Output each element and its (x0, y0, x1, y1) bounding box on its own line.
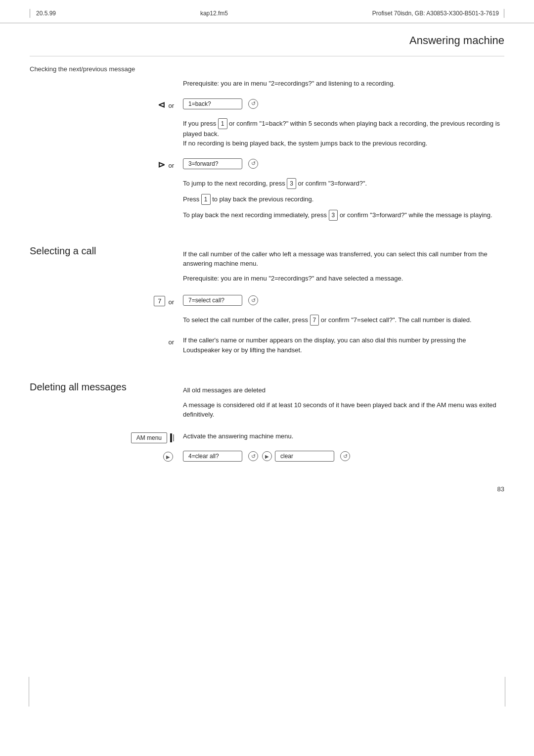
forward-right: 3=forward? ↺ (183, 158, 504, 173)
header-product: Profiset 70isdn, GB: A30853-X300-B501-3-… (372, 10, 499, 17)
key-3-forward2: 3 (329, 210, 338, 221)
clear-all-left: ▶ (30, 451, 183, 462)
or-only-right: If the caller's name or number appears o… (183, 335, 504, 360)
confirm-icon-1: ↺ (248, 99, 258, 109)
am-menu-box: AM menu (131, 432, 167, 443)
confirm-icon-3: ↺ (248, 295, 258, 305)
selecting-section: Selecting a call If the call number of t… (30, 231, 504, 288)
back-symbol: ⊲ (158, 99, 165, 110)
display2-row: 3=forward? ↺ (183, 158, 504, 169)
key-7-inline: 7 (310, 315, 319, 326)
forward-desc-left (30, 178, 183, 179)
header-right: Profiset 70isdn, GB: A30853-X300-B501-3-… (372, 9, 504, 18)
key7-left: 7 or (30, 295, 183, 306)
prerequisite-text-content: Prerequisite: you are in menu "2=recordi… (183, 79, 504, 89)
row-left-empty (30, 79, 183, 80)
key7-or-label: or (168, 298, 174, 306)
header-filename: kap12.fm5 (200, 10, 228, 17)
deleting-section: Deleting all messages All old messages a… (30, 367, 504, 425)
section-selecting-heading: Selecting a call (30, 245, 183, 257)
prerequisite-text: Prerequisite: you are in menu "2=recordi… (183, 79, 504, 94)
select-desc-right: To select the call number of the caller,… (183, 315, 504, 331)
display3-row: 7=select call? ↺ (183, 295, 504, 306)
page-container: 20.5.99 kap12.fm5 Profiset 70isdn, GB: A… (0, 0, 534, 756)
key-1-forward: 1 (201, 194, 211, 205)
am-menu-left: AM menu (30, 431, 183, 443)
forward-desc-row: To jump to the next recording, press 3 o… (30, 178, 504, 226)
page-title-section: Answering machine (0, 23, 534, 47)
page-header: 20.5.99 kap12.fm5 Profiset 70isdn, GB: A… (0, 0, 534, 23)
forward-symbol: ⊳ (158, 159, 165, 170)
back-desc-row: If you press 1 or confirm "1=back?" with… (30, 118, 504, 153)
prerequisite-row: Prerequisite: you are in menu "2=recordi… (30, 79, 504, 94)
k-or-left: ⊲ or (30, 98, 183, 110)
subsection-label: Checking the next/previous message (30, 65, 135, 73)
header-right-vline (504, 9, 504, 18)
select-alt-desc: If the caller's name or number appears o… (183, 335, 504, 355)
header-center: kap12.fm5 (200, 10, 228, 17)
key7-row: 7 or 7=select call? ↺ (30, 295, 504, 310)
am-menu-right: Activate the answering machine menu. (183, 431, 504, 446)
section-deleting-heading: Deleting all messages (30, 381, 183, 393)
forward-desc3: To play back the next recording immediat… (183, 210, 504, 221)
confirm-icon-4: ↺ (248, 451, 258, 461)
footer-right-line (505, 677, 505, 707)
deleting-note1: All old messages are deleted (183, 385, 504, 395)
k-or-row: ⊲ or 1=back? ↺ (30, 98, 504, 113)
forward-desc2: Press 1 to play back the previous record… (183, 194, 504, 205)
confirm-icon-2: ↺ (248, 159, 258, 169)
select-desc-text: To select the call number of the caller,… (183, 315, 504, 326)
key-7-box: 7 (154, 296, 165, 306)
header-left: 20.5.99 (30, 9, 56, 18)
key-3-forward: 3 (287, 178, 296, 189)
forward-desc1: To jump to the next recording, press 3 o… (183, 178, 504, 189)
display-box-4: 4=clear all? (183, 451, 242, 462)
page-number: 83 (0, 471, 534, 503)
display-box-1: 1=back? (183, 98, 242, 109)
forward-desc-right: To jump to the next recording, press 3 o… (183, 178, 504, 226)
play-btn-1: ▶ (163, 452, 173, 462)
back-desc-right: If you press 1 or confirm "1=back?" with… (183, 118, 504, 153)
am-menu-row: AM menu Activate the answering machine m… (30, 431, 504, 446)
display1-row: 1=back? ↺ (183, 98, 504, 109)
forward-or-label: or (168, 162, 174, 169)
forward-left: ⊳ or (30, 158, 183, 170)
deleting-note2: A message is considered old if at least … (183, 400, 504, 420)
selecting-prereq: Prerequisite: you are in menu "2=recordi… (183, 274, 504, 284)
display-box-2: 3=forward? (183, 158, 242, 169)
back-desc-text: If you press 1 or confirm "1=back?" with… (183, 118, 504, 148)
clear-all-row: ▶ 4=clear all? ↺ ▶ clear ↺ (30, 451, 504, 466)
or-only-left: or (30, 335, 183, 346)
back-desc-left (30, 118, 183, 119)
play-btn-2: ▶ (262, 451, 272, 461)
or-only-row: or If the caller's name or number appear… (30, 335, 504, 360)
forward-row: ⊳ or 3=forward? ↺ (30, 158, 504, 173)
clear-all-right: 4=clear all? ↺ ▶ clear ↺ (183, 451, 504, 466)
display-box-3: 7=select call? (183, 295, 242, 306)
header-left-vline (30, 9, 30, 18)
k-or-label: or (168, 102, 174, 109)
or-only-label: or (168, 338, 174, 346)
content-area: Checking the next/previous message Prere… (0, 65, 534, 466)
k-or-right: 1=back? ↺ (183, 98, 504, 113)
selecting-intro1: If the call number of the caller who lef… (183, 249, 504, 269)
confirm-icon-5: ↺ (340, 451, 350, 461)
display-box-5: clear (275, 451, 334, 462)
select-desc-left (30, 315, 183, 316)
page-title: Answering machine (409, 34, 504, 47)
bar1 (170, 433, 172, 442)
page-number-value: 83 (497, 485, 504, 493)
key7-right: 7=select call? ↺ (183, 295, 504, 310)
footer-left-line (29, 677, 29, 707)
title-divider (30, 56, 504, 56)
am-menu-bars (170, 433, 174, 442)
display4-row: 4=clear all? ↺ ▶ clear ↺ (183, 451, 504, 462)
select-desc-row: To select the call number of the caller,… (30, 315, 504, 331)
key-1-back: 1 (218, 118, 227, 129)
bar2 (173, 434, 174, 441)
am-menu-desc: Activate the answering machine menu. (183, 431, 504, 441)
header-date: 20.5.99 (36, 10, 56, 17)
